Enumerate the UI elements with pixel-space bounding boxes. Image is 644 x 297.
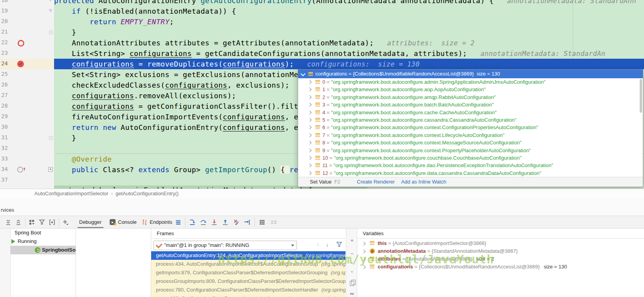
variable-row[interactable]: configurations = {Collections$Unmodifiab… bbox=[357, 263, 644, 271]
variable-row[interactable]: pannotationMetadata = {StandardAnnotatio… bbox=[357, 247, 644, 255]
gutter-row[interactable]: 26 bbox=[0, 80, 54, 90]
popup-list-item[interactable]: 3 = "org.springframework.boot.autoconfig… bbox=[298, 101, 643, 109]
popup-list-item[interactable]: 6 = "org.springframework.boot.autoconfig… bbox=[298, 124, 643, 131]
chevron-right-icon[interactable] bbox=[308, 103, 312, 107]
popup-list-item[interactable]: 5 = "org.springframework.boot.autoconfig… bbox=[298, 116, 643, 124]
breakpoint-hit-icon[interactable]: ✓ bbox=[17, 61, 24, 67]
fold-marker-icon[interactable] bbox=[49, 0, 52, 2]
tab-endpoints[interactable]: Endpoints bbox=[150, 216, 172, 228]
fold-expand-icon[interactable]: + bbox=[48, 167, 53, 172]
gutter-row[interactable]: 34↑+ bbox=[0, 164, 54, 175]
add-service-icon[interactable] bbox=[62, 219, 69, 226]
popup-list-item[interactable]: 11 = "org.springframework.boot.autoconfi… bbox=[298, 162, 643, 169]
variables-panel[interactable]: Variables this = {AutoConfigurationImpor… bbox=[357, 229, 644, 297]
gutter-row[interactable]: 32 bbox=[0, 143, 54, 154]
popup-list-item[interactable]: 1 = "org.springframework.boot.autoconfig… bbox=[298, 86, 643, 94]
gutter-row[interactable]: 25 bbox=[0, 69, 54, 80]
variable-row[interactable]: this = {AutoConfigurationImportSelector@… bbox=[357, 239, 644, 247]
show-execution-point-icon[interactable] bbox=[189, 219, 196, 226]
step-over-icon[interactable] bbox=[200, 219, 207, 226]
popup-list-item[interactable]: 0 = "org.springframework.boot.autoconfig… bbox=[298, 78, 643, 86]
create-renderer-link[interactable]: Create Renderer bbox=[357, 177, 395, 186]
add-watch-icon[interactable]: + bbox=[346, 237, 358, 243]
frame-row[interactable]: parse:193, ConfigurationClassParser (org… bbox=[151, 294, 346, 297]
add-inline-watch-link[interactable]: Add as Inline Watch bbox=[401, 177, 446, 186]
chevron-right-icon[interactable] bbox=[308, 156, 312, 160]
gutter-row[interactable]: 31 bbox=[0, 133, 54, 143]
gutter-row[interactable]: 30 bbox=[0, 122, 54, 133]
chevron-right-icon[interactable] bbox=[308, 164, 312, 167]
frame-row[interactable]: getImports:879, ConfigurationClassParser… bbox=[151, 268, 346, 277]
evaluate-expression-icon[interactable] bbox=[259, 219, 266, 226]
step-out-icon[interactable] bbox=[222, 219, 229, 226]
tab-console[interactable]: Console bbox=[118, 216, 137, 228]
popup-list-item[interactable]: 9 = "org.springframework.boot.autoconfig… bbox=[298, 147, 643, 155]
frame-row[interactable]: process:434, AutoConfigurationImportSele… bbox=[151, 260, 346, 268]
gutter-row[interactable]: 18 bbox=[0, 0, 54, 6]
show-services-icon[interactable] bbox=[49, 219, 56, 226]
frames-panel[interactable]: Frames "main"@1 in group "main": RUNNING… bbox=[151, 229, 346, 297]
set-value-button[interactable]: Set ValueF2 bbox=[310, 177, 340, 186]
chevron-right-icon[interactable] bbox=[308, 171, 312, 175]
overridden-method-icon[interactable] bbox=[17, 167, 23, 173]
fold-marker-icon[interactable] bbox=[49, 31, 53, 34]
services-tree-item[interactable]: SpringbootSourceAppli bbox=[11, 246, 76, 254]
chevron-right-icon[interactable] bbox=[308, 88, 312, 92]
thread-selector[interactable]: "main"@1 in group "main": RUNNING bbox=[154, 241, 297, 250]
chevron-right-icon[interactable] bbox=[308, 95, 312, 99]
move-down-icon[interactable]: ▼ bbox=[346, 270, 358, 274]
code-line[interactable]: protected AutoConfigurationEntry getAuto… bbox=[54, 0, 644, 6]
popup-list-item[interactable]: 8 = "org.springframework.boot.autoconfig… bbox=[298, 139, 643, 147]
chevron-right-icon[interactable] bbox=[308, 148, 312, 152]
editor-gutter[interactable]: 18192021222324✓25262728293031323334↑+37 bbox=[0, 0, 54, 189]
chevron-right-icon[interactable] bbox=[308, 80, 312, 84]
gutter-row[interactable]: 23 bbox=[0, 48, 54, 59]
gutter-row[interactable]: 19 bbox=[0, 6, 54, 16]
popup-scrollbar[interactable] bbox=[640, 79, 642, 113]
gutter-row[interactable]: 24✓ bbox=[0, 59, 54, 69]
layout-settings-icon[interactable] bbox=[270, 219, 277, 226]
run-to-cursor-icon[interactable] bbox=[244, 219, 251, 226]
services-tree-item[interactable]: Running bbox=[11, 237, 76, 246]
breakpoint-icon[interactable] bbox=[18, 40, 24, 47]
code-line[interactable]: List<String> configurations = getCandida… bbox=[54, 48, 644, 59]
chevron-down-icon[interactable] bbox=[300, 71, 306, 76]
code-line[interactable]: return EMPTY_ENTRY; bbox=[54, 16, 644, 27]
popup-list-item[interactable]: 12 = "org.springframework.boot.autoconfi… bbox=[298, 169, 643, 177]
hide-frames-filter-icon[interactable] bbox=[336, 241, 342, 248]
fold-marker-icon[interactable] bbox=[49, 9, 52, 13]
chevron-right-icon[interactable] bbox=[362, 257, 366, 261]
chevron-right-icon[interactable] bbox=[308, 133, 312, 137]
tab-debugger[interactable]: Debugger bbox=[79, 216, 101, 228]
popup-list-item[interactable]: 2 = "org.springframework.boot.autoconfig… bbox=[298, 94, 643, 101]
breadcrumb-method[interactable]: getAutoConfigurationEntry() bbox=[116, 191, 179, 196]
chevron-right-icon[interactable] bbox=[362, 250, 366, 254]
frame-row[interactable]: processGroupImports:809, ConfigurationCl… bbox=[151, 277, 346, 286]
gutter-row[interactable]: 29 bbox=[0, 112, 54, 122]
gutter-row[interactable]: 33 bbox=[0, 154, 54, 164]
force-step-into-icon[interactable] bbox=[211, 219, 218, 226]
remove-watch-icon[interactable]: − bbox=[346, 250, 358, 257]
chevron-right-icon[interactable] bbox=[362, 242, 366, 246]
services-tree-item[interactable]: Spring Boot bbox=[11, 229, 76, 237]
popup-list-item[interactable]: 10 = "org.springframework.boot.autoconfi… bbox=[298, 154, 643, 162]
gutter-row[interactable]: 37 bbox=[0, 175, 54, 185]
gutter-row[interactable]: 20 bbox=[0, 16, 54, 27]
popup-list-item[interactable]: 7 = "org.springframework.boot.autoconfig… bbox=[298, 131, 643, 139]
services-tree[interactable]: Spring BootRunningSpringbootSourceAppli bbox=[11, 229, 76, 297]
code-line[interactable]: } bbox=[54, 27, 644, 38]
expand-all-icon[interactable] bbox=[5, 219, 12, 226]
group-by-icon[interactable] bbox=[28, 219, 35, 226]
gutter-row[interactable]: 21 bbox=[0, 27, 54, 38]
filter-icon[interactable] bbox=[38, 219, 45, 226]
fold-marker-icon[interactable] bbox=[49, 136, 53, 140]
frame-down-icon[interactable]: ↓ bbox=[326, 241, 329, 248]
code-line[interactable]: configurations = removeDuplicates(config… bbox=[54, 59, 644, 69]
chevron-right-icon[interactable] bbox=[308, 110, 312, 114]
drop-frame-icon[interactable] bbox=[233, 219, 240, 226]
frame-row[interactable]: process:780, ConfigurationClassParser$De… bbox=[151, 286, 346, 294]
variable-row[interactable]: attributes = {AnnotationAttributes@3868}… bbox=[357, 255, 644, 263]
debugger-value-popup[interactable]: configurations = {Collections$Unmodifiab… bbox=[298, 69, 643, 187]
gutter-row[interactable]: 28 bbox=[0, 101, 54, 112]
gutter-row[interactable]: 27 bbox=[0, 90, 54, 101]
